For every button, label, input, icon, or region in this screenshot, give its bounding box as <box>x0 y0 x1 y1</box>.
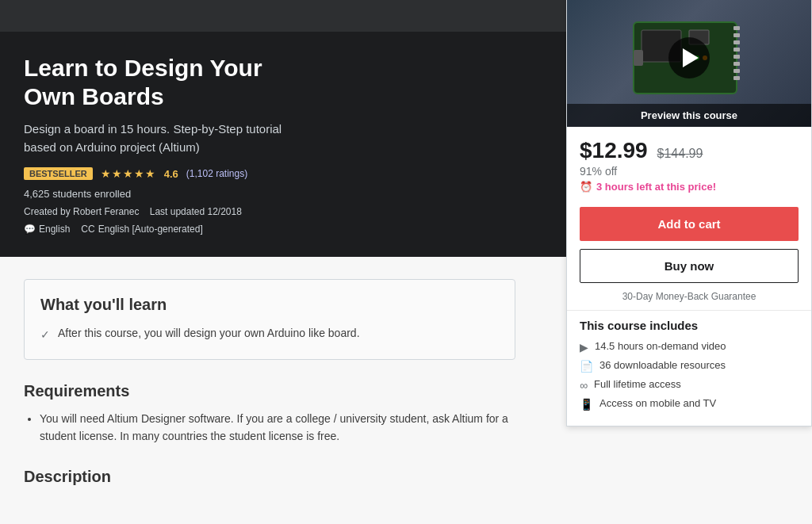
course-preview[interactable]: Preview this course <box>567 0 811 127</box>
speech-icon: 💬 <box>24 224 36 235</box>
guarantee-text: 30-Day Money-Back Guarantee <box>567 291 811 310</box>
svg-rect-7 <box>733 55 740 59</box>
learn-box: What you'll learn ✓ After this course, y… <box>24 279 515 360</box>
price-current: $12.99 <box>580 138 648 163</box>
requirements-list: You will need Altium Designer software. … <box>24 410 515 446</box>
includes-item-lifetime: ∞ Full lifetime access <box>580 378 799 392</box>
file-icon: 📄 <box>580 360 593 373</box>
add-to-cart-button[interactable]: Add to cart <box>580 207 799 241</box>
course-subtitle: Design a board in 15 hours. Step-by-Step… <box>24 120 309 156</box>
includes-mobile-text: Access on mobile and TV <box>599 397 716 409</box>
captions-text: English [Auto-generated] <box>98 224 203 235</box>
svg-rect-6 <box>733 48 740 52</box>
video-icon: ▶ <box>580 341 588 354</box>
svg-rect-10 <box>733 76 740 80</box>
captions-item: CC English [Auto-generated] <box>81 224 202 235</box>
svg-rect-3 <box>733 26 740 30</box>
timer-text: 3 hours left at this price! <box>596 181 716 193</box>
requirement-item: You will need Altium Designer software. … <box>40 410 515 446</box>
meta-row: Created by Robert Feranec Last updated 1… <box>24 206 309 217</box>
course-includes: This course includes ▶ 14.5 hours on-dem… <box>567 310 811 426</box>
learn-item-text: After this course, you will design your … <box>58 325 360 342</box>
badge-row: BESTSELLER ★★★★★ 4.6 (1,102 ratings) 4,6… <box>24 167 309 200</box>
infinity-icon: ∞ <box>580 379 588 392</box>
rating-count: (1,102 ratings) <box>186 168 247 179</box>
content-area: What you'll learn ✓ After this course, y… <box>0 257 539 524</box>
learn-title: What you'll learn <box>40 296 499 314</box>
svg-rect-11 <box>634 50 643 66</box>
includes-item-mobile: 📱 Access on mobile and TV <box>580 397 799 411</box>
includes-item-video: ▶ 14.5 hours on-demand video <box>580 340 799 354</box>
includes-resources-text: 36 downloadable resources <box>599 359 726 371</box>
creator-text: Created by Robert Feranec <box>24 206 139 217</box>
svg-rect-5 <box>733 40 740 44</box>
mobile-icon: 📱 <box>580 398 593 411</box>
play-button[interactable] <box>668 37 710 78</box>
hero-left: Learn to Design Your Own Boards Design a… <box>24 54 563 235</box>
includes-item-resources: 📄 36 downloadable resources <box>580 359 799 373</box>
requirements-section: Requirements You will need Altium Design… <box>24 382 515 446</box>
description-title: Description <box>24 468 515 486</box>
price-original: $144.99 <box>657 147 703 160</box>
star-icons: ★★★★★ <box>101 167 156 180</box>
includes-video-text: 14.5 hours on-demand video <box>595 340 726 352</box>
checkmark-icon: ✓ <box>40 327 50 343</box>
pricing-section: $12.99 $144.99 91% off ⏰ 3 hours left at… <box>567 127 811 207</box>
svg-rect-9 <box>733 69 740 73</box>
includes-title: This course includes <box>580 319 799 332</box>
svg-rect-4 <box>733 33 740 37</box>
requirements-title: Requirements <box>24 382 515 400</box>
cc-icon: CC <box>81 224 94 235</box>
buy-now-button[interactable]: Buy now <box>580 249 799 283</box>
students-count: 4,625 students enrolled <box>24 188 131 200</box>
clock-icon: ⏰ <box>580 181 592 193</box>
price-row: $12.99 $144.99 <box>580 138 799 163</box>
includes-lifetime-text: Full lifetime access <box>594 378 681 390</box>
play-icon <box>683 48 699 67</box>
discount-percent: 91% off <box>580 165 799 178</box>
svg-rect-8 <box>733 62 740 66</box>
main-layout: What you'll learn ✓ After this course, y… <box>0 257 812 524</box>
course-title: Learn to Design Your Own Boards <box>24 54 309 111</box>
learn-item: ✓ After this course, you will design you… <box>40 325 499 343</box>
language-text: English <box>39 224 70 235</box>
lang-row: 💬 English CC English [Auto-generated] <box>24 224 309 235</box>
bestseller-badge: BESTSELLER <box>24 167 93 180</box>
rating-score: 4.6 <box>164 168 178 180</box>
description-section: Description <box>24 468 515 486</box>
last-updated-text: Last updated 12/2018 <box>150 206 242 217</box>
language-item: 💬 English <box>24 224 70 235</box>
timer-row: ⏰ 3 hours left at this price! <box>580 181 799 193</box>
preview-label: Preview this course <box>567 104 811 127</box>
sidebar-card: Preview this course $12.99 $144.99 91% o… <box>566 0 812 426</box>
